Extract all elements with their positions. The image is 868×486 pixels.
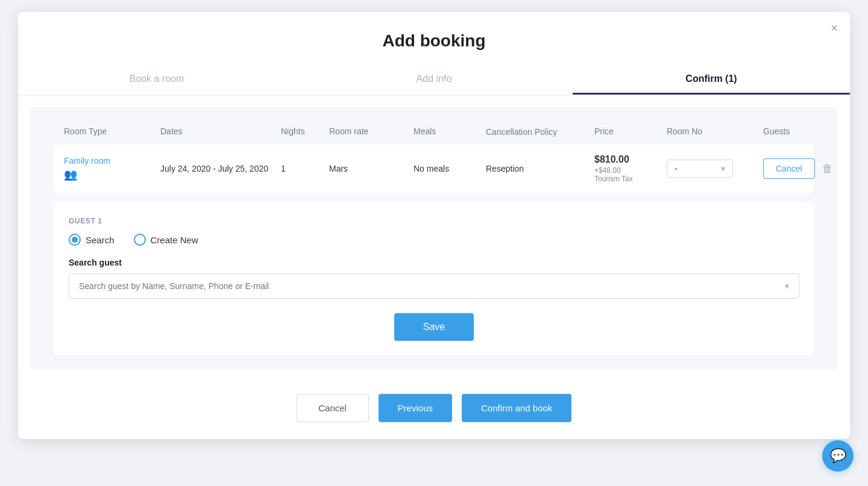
col-price: Price (594, 126, 667, 137)
search-guest-input[interactable] (79, 281, 785, 291)
add-booking-modal: × Add booking Book a room Add info Confi… (18, 12, 850, 439)
row-cancel-button[interactable]: Cancel (763, 158, 815, 179)
steps-nav: Book a room Add info Confirm (1) (18, 65, 850, 95)
col-room-type: Room Type (64, 126, 160, 137)
room-type-cell: Family room 👥 (64, 156, 160, 181)
guest-label: GUEST 1 (69, 217, 799, 225)
radio-create-option[interactable]: Create New (134, 234, 198, 246)
col-room-no: Room No (667, 126, 763, 137)
col-nights: Nights (281, 126, 329, 137)
col-cancellation-policy: Cancellation Policy (486, 126, 594, 137)
guest-section: GUEST 1 Search Create New Search guest ▾… (54, 202, 814, 355)
radio-search-circle (69, 234, 81, 246)
booking-row: Family room 👥 July 24, 2020 - July 25, 2… (54, 145, 814, 193)
close-button[interactable]: × (831, 22, 838, 34)
policy-cell: Reseption (486, 164, 594, 173)
nights-cell: 1 (281, 164, 329, 173)
search-dropdown-arrow: ▾ (785, 281, 789, 291)
radio-create-circle (134, 234, 146, 246)
dates-cell: July 24, 2020 - July 25, 2020 (160, 163, 281, 175)
step-confirm[interactable]: Confirm (1) (573, 65, 850, 95)
guests-icon: 👥 (64, 168, 160, 181)
col-guests: Guests (763, 126, 835, 137)
price-cell: $810.00 +$48.00Tourism Tax (594, 154, 667, 183)
modal-footer: Cancel Previous Confirm and book (18, 382, 850, 439)
table-header: Room Type Dates Nights Room rate Meals C… (54, 126, 814, 145)
chat-icon: 💬 (830, 448, 846, 464)
room-no-cell: - ▾ (667, 160, 763, 178)
room-type-link[interactable]: Family room (64, 156, 160, 166)
footer-confirm-button[interactable]: Confirm and book (462, 394, 571, 422)
radio-search-label: Search (86, 235, 115, 245)
room-rate-cell: Mars (329, 164, 414, 173)
search-guest-label: Search guest (69, 258, 799, 267)
col-room-rate: Room rate (329, 126, 414, 137)
step-book-a-room[interactable]: Book a room (18, 65, 295, 95)
chat-bubble[interactable]: 💬 (822, 440, 854, 472)
footer-previous-button[interactable]: Previous (379, 394, 452, 422)
col-meals: Meals (414, 126, 486, 137)
meals-cell: No meals (414, 164, 486, 173)
save-button[interactable]: Save (394, 313, 474, 341)
footer-cancel-button[interactable]: Cancel (297, 394, 369, 422)
step-add-info[interactable]: Add info (295, 65, 573, 95)
radio-create-label: Create New (151, 235, 198, 245)
price-main: $810.00 (594, 154, 667, 165)
price-tax: +$48.00Tourism Tax (594, 166, 667, 183)
radio-search-option[interactable]: Search (69, 234, 115, 246)
save-row: Save (69, 313, 799, 341)
modal-title: Add booking (18, 12, 850, 65)
room-no-select[interactable]: - ▾ (667, 160, 733, 178)
room-no-chevron: ▾ (721, 164, 725, 173)
col-dates: Dates (160, 126, 281, 137)
modal-content: Room Type Dates Nights Room rate Meals C… (30, 107, 838, 370)
radio-group: Search Create New (69, 234, 799, 246)
delete-icon[interactable]: 🗑 (822, 163, 833, 175)
guests-actions-cell: Cancel 🗑 (763, 158, 835, 179)
search-guest-wrapper: ▾ (69, 273, 799, 299)
